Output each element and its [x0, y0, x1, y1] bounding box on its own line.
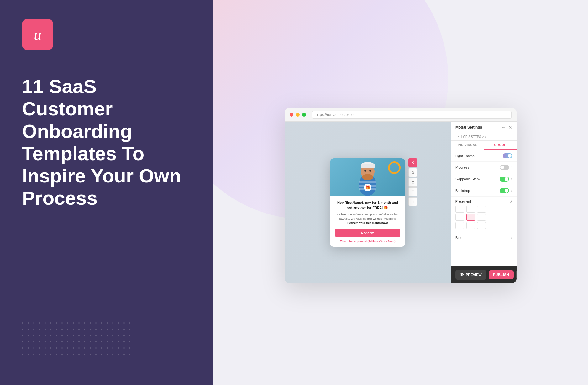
modal-cta-text: Redeem your free month now!	[347, 221, 388, 224]
placement-label: Placement ∧	[455, 200, 512, 203]
modal-body: Hey {firstName}, pay for 1 month and get…	[330, 196, 405, 246]
modal-redeem-button[interactable]: Redeem	[335, 229, 400, 237]
setting-row-backdrop[interactable]: Backdrop ›	[451, 185, 517, 197]
settings-title: Modal Settings	[455, 125, 482, 129]
progress-chevron: ›	[511, 165, 512, 170]
gear-icon: ⚙	[516, 272, 517, 277]
next-step[interactable]: ›	[485, 135, 486, 139]
placement-cell-bc[interactable]	[466, 222, 475, 229]
steps-navigation: ‹ < 1 OF 2 STEPS > ›	[451, 133, 517, 141]
eye-icon: 👁	[460, 272, 464, 277]
browser-url-bar: https://run.acmelabs.io	[312, 111, 512, 119]
setting-row-box[interactable]: Box ›	[451, 232, 517, 243]
lifebuoy	[388, 161, 401, 174]
placement-cell-tc[interactable]	[466, 206, 475, 213]
setting-row-skippable[interactable]: Skippable Step? ›	[451, 173, 517, 185]
svg-point-9	[369, 170, 371, 172]
setting-control-light-theme	[503, 153, 512, 158]
modal-side-controls: ✕ ⧉ ⊞ ☰ □	[408, 158, 417, 206]
duplicate-button[interactable]: ⧉	[408, 168, 417, 177]
modal-popup: 🎁 Hey {firstName}, pay for 1 month and g…	[330, 158, 405, 246]
browser-mockup: https://run.acmelabs.io	[285, 108, 517, 283]
placement-cell-bl[interactable]	[455, 222, 464, 229]
logo-box: u	[22, 19, 53, 50]
setting-row-progress[interactable]: Progress ›	[451, 162, 517, 173]
setting-label-box: Box	[455, 236, 461, 240]
modal-container: 🎁 Hey {firstName}, pay for 1 month and g…	[330, 158, 405, 246]
placement-cell-mc[interactable]	[466, 214, 475, 221]
logo-letter: u	[34, 26, 41, 43]
placement-cell-mr[interactable]	[477, 214, 486, 221]
svg-rect-6	[361, 164, 375, 168]
svg-rect-1	[359, 181, 376, 183]
svg-point-7	[362, 174, 373, 180]
right-panel: https://run.acmelabs.io	[213, 0, 588, 385]
modal-description: It's been since {lastSubscriptionDate} t…	[335, 213, 400, 225]
publish-button[interactable]: PUBLISH	[489, 270, 514, 279]
backdrop-chevron: ›	[511, 188, 512, 193]
close-settings-icon[interactable]: ✕	[508, 125, 512, 130]
setting-label-skippable: Skippable Step?	[455, 177, 480, 181]
dots-decoration: // Generate dots for(let i=0; i<120; i++…	[22, 322, 147, 366]
setting-label-progress: Progress	[455, 166, 469, 169]
settings-actions: 👁 PREVIEW PUBLISH ⚙	[451, 266, 517, 283]
placement-section: Placement ∧	[451, 197, 517, 232]
left-panel: u 11 SaaS Customer Onboarding Templates …	[0, 0, 213, 385]
steps-text: < 1 OF 2 STEPS >	[458, 135, 484, 139]
placement-cell-tl[interactable]	[455, 206, 464, 213]
placement-grid	[455, 206, 487, 229]
browser-bar: https://run.acmelabs.io	[285, 108, 517, 122]
placement-cell-br[interactable]	[477, 222, 486, 229]
settings-panel: Modal Settings |← ✕ ‹ < 1 OF 2 STEPS > ›…	[451, 122, 517, 283]
setting-control-skippable: ›	[500, 177, 512, 182]
close-button[interactable]: ✕	[408, 158, 417, 167]
tab-individual[interactable]: INDIVIDUAL	[451, 141, 484, 150]
modal-small-icon: 🎁	[364, 184, 371, 191]
browser-content: 🎁 Hey {firstName}, pay for 1 month and g…	[285, 122, 517, 283]
skippable-chevron: ›	[511, 177, 512, 181]
box-chevron: ›	[511, 235, 512, 240]
setting-row-light-theme[interactable]: Light Theme	[451, 150, 517, 162]
prev-step[interactable]: ‹	[455, 135, 456, 139]
gear-button[interactable]: ⚙	[516, 270, 517, 280]
collapse-icon[interactable]: |←	[500, 125, 506, 130]
setting-control-backdrop: ›	[500, 188, 512, 193]
svg-point-8	[364, 170, 366, 172]
settings-header: Modal Settings |← ✕	[451, 122, 517, 133]
browser-dot-close	[290, 113, 293, 117]
backdrop-toggle[interactable]	[500, 188, 509, 193]
modal-expiry: This offer expires at {24HoursSinceSeen}	[335, 240, 400, 243]
modal-image: 🎁	[330, 158, 405, 196]
placement-cell-ml[interactable]	[455, 214, 464, 221]
skippable-toggle[interactable]	[500, 177, 509, 182]
modal-title: Hey {firstName}, pay for 1 month and get…	[335, 200, 400, 210]
browser-dot-maximize	[302, 113, 306, 117]
preview-button[interactable]: 👁 PREVIEW	[455, 270, 486, 280]
placement-chevron-up[interactable]: ∧	[510, 200, 512, 203]
theme-toggle[interactable]	[503, 153, 512, 158]
preview-area: 🎁 Hey {firstName}, pay for 1 month and g…	[285, 122, 451, 283]
settings-button[interactable]: □	[408, 197, 417, 206]
setting-control-progress: ›	[500, 165, 512, 170]
setting-label-light-theme: Light Theme	[455, 154, 475, 158]
placement-cell-tr[interactable]	[477, 206, 486, 213]
tab-group[interactable]: GROUP	[484, 141, 517, 150]
setting-label-backdrop: Backdrop	[455, 189, 470, 192]
settings-header-actions: |← ✕	[500, 125, 512, 130]
browser-dot-minimize	[296, 113, 300, 117]
settings-tabs: INDIVIDUAL GROUP	[451, 141, 517, 150]
grid-button[interactable]: ⊞	[408, 178, 417, 187]
layout-button[interactable]: ☰	[408, 187, 417, 196]
progress-toggle[interactable]	[500, 165, 509, 170]
